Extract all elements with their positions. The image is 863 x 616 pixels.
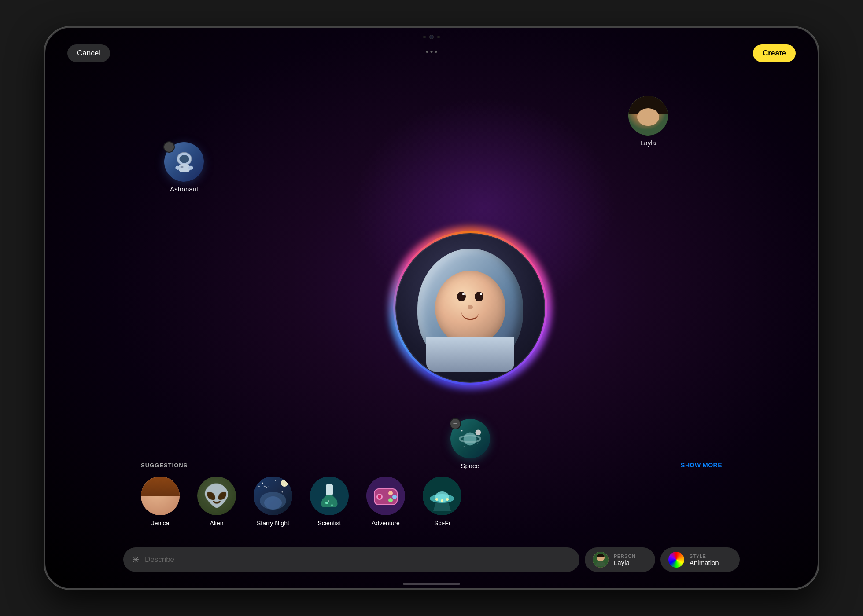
svg-rect-2 [178,164,190,172]
svg-point-1 [179,155,189,163]
svg-point-9 [461,430,463,431]
style-label-small: STYLE [690,554,719,559]
suggestions-title: SUGGESTIONS [141,462,188,469]
eyes [457,292,483,301]
alien-face: 👽 [197,477,236,515]
device-frame: Cancel Create [44,26,819,590]
alien-icon: 👽 [197,477,236,515]
suggestion-jenica[interactable]: Jenica [141,477,180,527]
svg-point-16 [266,487,267,488]
mouth [461,312,479,320]
scifi-icon [423,477,461,515]
avatar-circle [395,233,545,383]
suit [426,337,514,372]
astronaut-icon: − [164,142,204,182]
style-orb [668,552,684,568]
svg-point-11 [464,446,465,447]
suggestion-sci-fi[interactable]: Sci-Fi [423,477,461,527]
suggestions-grid: Jenica 👽 Alien [132,477,731,527]
nose [468,305,473,309]
svg-rect-22 [326,484,333,495]
svg-point-25 [328,500,329,502]
starry-night-label: Starry Night [257,520,289,527]
svg-point-32 [392,495,397,499]
home-indicator [403,583,460,585]
face [435,271,505,345]
svg-point-10 [477,443,478,444]
svg-point-17 [282,491,283,493]
svg-point-38 [441,499,443,502]
svg-point-5 [188,165,193,169]
style-pill-text: STYLE Animation [690,554,719,566]
adventure-label: Adventure [372,520,400,527]
svg-point-24 [331,504,333,506]
svg-point-18 [281,480,288,487]
space-icon: − [450,419,490,458]
astronaut-face [396,234,544,382]
style-name: Animation [690,559,719,566]
suggestion-starry-night[interactable]: Starry Night [254,477,292,527]
visor [435,271,505,345]
svg-point-14 [275,480,276,481]
astronaut-svg [172,150,196,174]
svg-point-13 [262,483,263,484]
jenica-icon [141,477,180,515]
svg-point-8 [476,429,481,435]
bottom-toolbar: ✳ Describe PERSON Layla [123,544,740,575]
person-name: Layla [614,559,635,566]
suggestions-panel: SUGGESTIONS SHOW MORE Jenica 👽 [123,462,740,527]
svg-point-23 [325,502,328,504]
suggestions-header: SUGGESTIONS SHOW MORE [132,462,731,469]
style-pill[interactable]: STYLE Animation [660,547,740,572]
person-pill[interactable]: PERSON Layla [585,547,655,572]
person-pill-photo [593,552,609,568]
eye-left [457,292,466,301]
alien-label: Alien [210,520,223,527]
eye-right [475,292,483,301]
sci-fi-label: Sci-Fi [434,520,450,527]
person-label-small: PERSON [614,554,635,559]
layla-photo [628,96,668,136]
describe-input[interactable]: ✳ Describe [123,547,579,572]
suggestion-adventure[interactable]: Adventure [366,477,405,527]
svg-point-31 [388,491,393,495]
svg-point-30 [378,495,381,499]
person-pill-text: PERSON Layla [614,554,635,566]
remove-astronaut-badge[interactable]: − [163,141,175,153]
helmet [417,249,523,367]
svg-point-6 [464,432,476,445]
suggestion-alien[interactable]: 👽 Alien [197,477,236,527]
jenica-label: Jenica [151,520,169,527]
layla-label: Layla [640,139,656,147]
space-svg [458,427,482,451]
remove-space-badge[interactable]: − [450,418,461,429]
starry-night-icon [254,477,292,515]
layla-icon: − [628,96,668,136]
scientist-label: Scientist [318,520,341,527]
svg-point-20 [264,496,282,510]
adventure-icon [366,477,405,515]
svg-point-4 [175,165,180,169]
svg-point-39 [446,498,449,501]
describe-icon: ✳ [132,554,140,565]
describe-placeholder: Describe [145,555,174,564]
svg-rect-3 [180,166,183,168]
floating-item-layla[interactable]: − Layla [628,96,668,147]
svg-point-37 [435,498,438,501]
screen: Cancel Create [45,28,818,588]
astronaut-label: Astronaut [170,185,198,193]
scientist-icon [310,477,349,515]
central-avatar [395,233,545,383]
floating-item-astronaut[interactable]: − Astronaut [164,142,204,193]
suggestion-scientist[interactable]: Scientist [310,477,349,527]
show-more-button[interactable]: SHOW MORE [681,462,722,469]
svg-point-33 [388,498,393,502]
